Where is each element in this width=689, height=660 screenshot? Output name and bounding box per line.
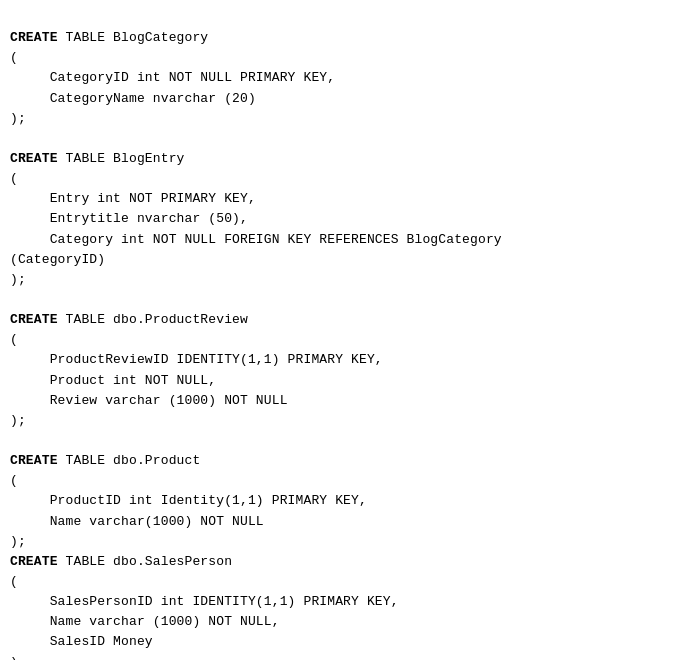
sql-line-7: CREATE TABLE BlogEntry (10, 151, 185, 166)
sql-line-17: ProductReviewID IDENTITY(1,1) PRIMARY KE… (10, 352, 383, 367)
sql-line-12: (CategoryID) (10, 252, 105, 267)
sql-line-30: Name varchar (1000) NOT NULL, (10, 614, 280, 629)
sql-line-9: Entry int NOT PRIMARY KEY, (10, 191, 256, 206)
sql-line-5: ); (10, 111, 26, 126)
sql-line-25: Name varchar(1000) NOT NULL (10, 514, 264, 529)
sql-line-15: CREATE TABLE dbo.ProductReview (10, 312, 248, 327)
keyword-create-3: CREATE (10, 312, 58, 327)
sql-line-20: ); (10, 413, 26, 428)
keyword-create-5: CREATE (10, 554, 58, 569)
sql-line-11: Category int NOT NULL FOREIGN KEY REFERE… (10, 232, 502, 247)
keyword-create-2: CREATE (10, 151, 58, 166)
sql-line-3: CategoryID int NOT NULL PRIMARY KEY, (10, 70, 335, 85)
sql-line-19: Review varchar (1000) NOT NULL (10, 393, 288, 408)
sql-line-13: ); (10, 272, 26, 287)
sql-line-22: CREATE TABLE dbo.Product (10, 453, 200, 468)
keyword-create-1: CREATE (10, 30, 58, 45)
sql-line-8: ( (10, 171, 18, 186)
sql-line-16: ( (10, 332, 18, 347)
sql-line-32: ) (10, 655, 18, 661)
sql-line-27: CREATE TABLE dbo.SalesPerson (10, 554, 232, 569)
sql-line-31: SalesID Money (10, 634, 153, 649)
sql-line-4: CategoryName nvarchar (20) (10, 91, 256, 106)
keyword-create-4: CREATE (10, 453, 58, 468)
sql-code-block: CREATE TABLE BlogCategory ( CategoryID i… (10, 8, 679, 660)
sql-line-1: CREATE TABLE BlogCategory (10, 30, 208, 45)
sql-line-28: ( (10, 574, 18, 589)
sql-line-23: ( (10, 473, 18, 488)
sql-line-24: ProductID int Identity(1,1) PRIMARY KEY, (10, 493, 367, 508)
sql-line-26: ); (10, 534, 26, 549)
sql-line-29: SalesPersonID int IDENTITY(1,1) PRIMARY … (10, 594, 399, 609)
sql-line-2: ( (10, 50, 18, 65)
sql-line-18: Product int NOT NULL, (10, 373, 216, 388)
sql-line-10: Entrytitle nvarchar (50), (10, 211, 248, 226)
